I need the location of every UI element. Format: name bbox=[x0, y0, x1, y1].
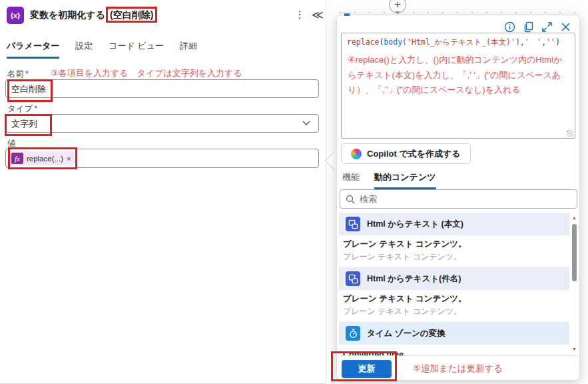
code-token: body bbox=[384, 37, 402, 47]
group-title: Html からテキスト(件名) bbox=[367, 273, 461, 285]
scroll-down-icon[interactable]: ▼ bbox=[571, 347, 577, 351]
tab-settings[interactable]: 設定 bbox=[75, 40, 93, 59]
search-icon bbox=[346, 195, 355, 204]
annotation-step4: ④replace()と入力し、()内に動的コンテンツ内のHtmlからテキスト(本… bbox=[342, 49, 575, 102]
copy-icon[interactable] bbox=[523, 21, 534, 33]
list-item-subtitle: プレーン テキスト コンテンツ。 bbox=[343, 306, 569, 317]
group-header-convert-time-zone[interactable]: タイム ゾーンの変換 bbox=[339, 322, 569, 345]
list-item-title: プレーン テキスト コンテンツ。 bbox=[343, 293, 569, 305]
scrollbar-thumb[interactable] bbox=[572, 224, 577, 281]
expression-flyout: replace(body('Html_からテキスト_(本文)'),' ','')… bbox=[336, 15, 580, 381]
panel-header: {x} 変数を初期化する(空白削除) bbox=[7, 7, 157, 24]
type-select-value: 文字列 bbox=[11, 119, 37, 129]
list-item-converted-time[interactable]: Converted time bbox=[339, 345, 569, 355]
code-token: '' bbox=[546, 37, 555, 47]
panel-title-highlighted: (空白削除) bbox=[106, 7, 157, 23]
resize-handle[interactable] bbox=[567, 130, 573, 137]
expression-code: replace(body('Html_からテキスト_(本文)'),' ','') bbox=[342, 33, 575, 49]
code-token: , bbox=[520, 37, 525, 47]
action-config-panel: {x} 変数を初期化する(空白削除) ⋮ ≪ パラメーター 設定 コード ビュー… bbox=[0, 0, 326, 384]
code-token: ) bbox=[555, 37, 560, 47]
panel-title: 変数を初期化する(空白削除) bbox=[30, 9, 157, 21]
value-field-label: 値 bbox=[7, 138, 16, 149]
type-select[interactable]: 文字列 bbox=[5, 114, 319, 133]
tab-details[interactable]: 詳細 bbox=[180, 40, 197, 59]
tab-dynamic-content[interactable]: 動的コンテンツ bbox=[374, 171, 436, 189]
scroll-up-icon[interactable]: ▲ bbox=[571, 215, 577, 220]
code-token: 'Html_からテキスト_(本文)' bbox=[407, 37, 515, 47]
expand-icon[interactable] bbox=[541, 21, 553, 33]
chevron-down-icon bbox=[302, 121, 310, 125]
connector-arrow-icon bbox=[393, 9, 402, 15]
panel-title-main: 変数を初期化する bbox=[30, 9, 105, 20]
initialize-variable-icon: {x} bbox=[7, 7, 24, 24]
name-field-label: 名前* bbox=[7, 69, 29, 80]
copilot-button-label: Copilot で式を作成する bbox=[367, 148, 461, 160]
list-item-plain-text-body[interactable]: プレーン テキスト コンテンツ。 プレーン テキスト コンテンツ。 bbox=[339, 235, 569, 267]
name-input[interactable]: 空白削除 bbox=[5, 79, 319, 98]
search-box bbox=[340, 189, 577, 209]
code-token: replace bbox=[347, 37, 379, 47]
annotation-step5: ⑤追加または更新する bbox=[413, 363, 503, 375]
selection-indicator bbox=[344, 13, 350, 16]
group-title: Html からテキスト (本文) bbox=[367, 219, 463, 230]
list-item-plain-text-subject[interactable]: プレーン テキスト コンテンツ。 プレーン テキスト コンテンツ。 bbox=[339, 290, 569, 322]
required-asterisk: * bbox=[34, 104, 37, 113]
dynamic-content-list: Html からテキスト (本文) プレーン テキスト コンテンツ。 プレーン テ… bbox=[339, 213, 579, 355]
flyout-footer: 更新 ⑤追加または更新する bbox=[337, 355, 579, 381]
tab-code-view[interactable]: コード ビュー bbox=[109, 40, 164, 59]
flyout-tabs: 機能 動的コンテンツ bbox=[342, 171, 436, 189]
info-icon[interactable] bbox=[504, 21, 515, 33]
more-options-icon[interactable]: ⋮ bbox=[294, 8, 305, 21]
group-title: タイム ゾーンの変換 bbox=[367, 328, 445, 339]
copilot-icon bbox=[351, 149, 362, 159]
html-to-text-icon bbox=[346, 271, 360, 286]
flyout-toolbar bbox=[504, 21, 571, 33]
list-item-subtitle: プレーン テキスト コンテンツ。 bbox=[343, 251, 569, 263]
value-input[interactable]: fx replace(...) × bbox=[5, 149, 319, 168]
code-token: ' ' bbox=[525, 37, 541, 47]
list-item-title: プレーン テキスト コンテンツ。 bbox=[343, 239, 569, 250]
tab-parameters[interactable]: パラメーター bbox=[7, 40, 59, 59]
timezone-icon bbox=[346, 326, 360, 341]
group-header-html-to-text-body[interactable]: Html からテキスト (本文) bbox=[339, 213, 569, 235]
required-asterisk: * bbox=[25, 69, 29, 79]
list-item-title: Converted time bbox=[343, 350, 569, 355]
group-header-html-to-text-subject[interactable]: Html からテキスト(件名) bbox=[339, 267, 569, 290]
code-token: ( bbox=[402, 37, 407, 47]
annotation-step3: ③各項目を入力する タイプは文字列を入力する bbox=[51, 67, 242, 79]
panel-tabs: パラメーター 設定 コード ビュー 詳細 bbox=[7, 40, 197, 59]
code-token: ) bbox=[515, 37, 520, 47]
expression-chip-label: replace(...) bbox=[27, 155, 63, 163]
html-to-text-icon bbox=[346, 217, 360, 231]
close-icon[interactable] bbox=[560, 21, 571, 33]
type-field-label: タイプ* bbox=[7, 103, 37, 115]
list-scrollbar[interactable]: ▲ ▼ bbox=[570, 213, 579, 355]
copilot-create-expression-button[interactable]: Copilot で式を作成する bbox=[341, 143, 471, 164]
update-button[interactable]: 更新 bbox=[342, 360, 392, 378]
expression-editor[interactable]: replace(body('Html_からテキスト_(本文)'),' ','')… bbox=[341, 33, 575, 139]
chip-close-icon[interactable]: × bbox=[67, 155, 71, 163]
expression-chip[interactable]: fx replace(...) × bbox=[10, 151, 75, 165]
collapse-panel-icon[interactable]: ≪ bbox=[312, 8, 324, 22]
tab-functions[interactable]: 機能 bbox=[342, 171, 360, 189]
fx-icon: fx bbox=[11, 153, 23, 164]
search-input[interactable] bbox=[360, 194, 571, 204]
